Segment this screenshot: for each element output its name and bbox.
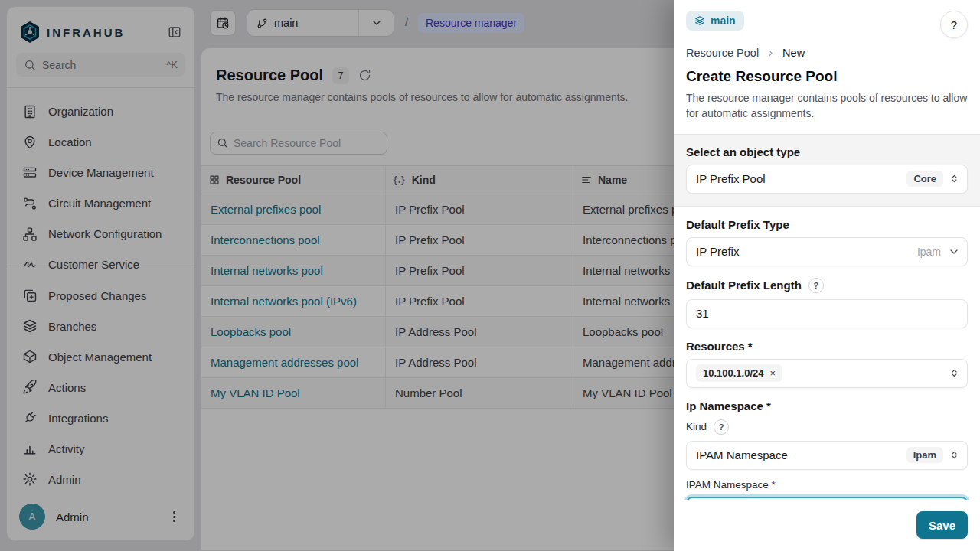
resources-multiselect[interactable]: 10.100.1.0/24 ×: [686, 359, 968, 388]
drawer-form: Default Prefix Type IP Prefix Ipam Defau…: [674, 207, 980, 500]
chevron-down-icon: [948, 246, 960, 258]
field-label-resources: Resources *: [686, 340, 968, 353]
object-type-select[interactable]: IP Prefix Pool Core: [686, 165, 968, 194]
chevrons-up-down-icon: [949, 367, 960, 379]
object-type-label: Select an object type: [686, 145, 968, 158]
breadcrumb-current: New: [782, 47, 805, 59]
layers-icon: [694, 15, 705, 26]
default-prefix-type-select[interactable]: IP Prefix Ipam: [686, 237, 968, 266]
drawer-subtitle: The resource manager contains pools of r…: [686, 90, 968, 122]
kind-select[interactable]: IPAM Namespace Ipam: [686, 441, 968, 470]
namespace-hint: Ipam: [917, 246, 941, 258]
field-label-default-prefix-length: Default Prefix Length ?: [686, 278, 968, 293]
default-prefix-length-input[interactable]: [686, 299, 968, 328]
chevron-right-icon: [766, 48, 776, 58]
chevrons-up-down-icon: [949, 173, 960, 184]
field-label-ipam-namespace: IPAM Namespace *: [686, 479, 968, 491]
ipam-badge: Ipam: [906, 447, 943, 463]
save-button[interactable]: Save: [916, 511, 968, 539]
breadcrumb-parent[interactable]: Resource Pool: [686, 47, 759, 59]
core-badge: Core: [906, 171, 943, 187]
resource-chip: 10.100.1.0/24 ×: [696, 364, 782, 382]
object-type-section: Select an object type IP Prefix Pool Cor…: [674, 134, 980, 207]
chip-remove-icon[interactable]: ×: [770, 367, 776, 379]
field-label-kind: Kind ?: [686, 419, 968, 435]
chevrons-up-down-icon: [949, 449, 960, 461]
create-resource-pool-drawer: main ? Resource Pool New Create Resource…: [674, 0, 980, 551]
help-button[interactable]: ?: [940, 11, 968, 38]
field-label-default-prefix-type: Default Prefix Type: [686, 218, 968, 231]
field-label-ip-namespace: Ip Namespace *: [686, 399, 968, 412]
drawer-breadcrumb: Resource Pool New: [686, 47, 968, 59]
drawer-branch-badge[interactable]: main: [686, 11, 744, 31]
help-icon[interactable]: ?: [808, 278, 824, 293]
drawer-title: Create Resource Pool: [686, 68, 968, 85]
help-icon[interactable]: ?: [714, 419, 729, 435]
